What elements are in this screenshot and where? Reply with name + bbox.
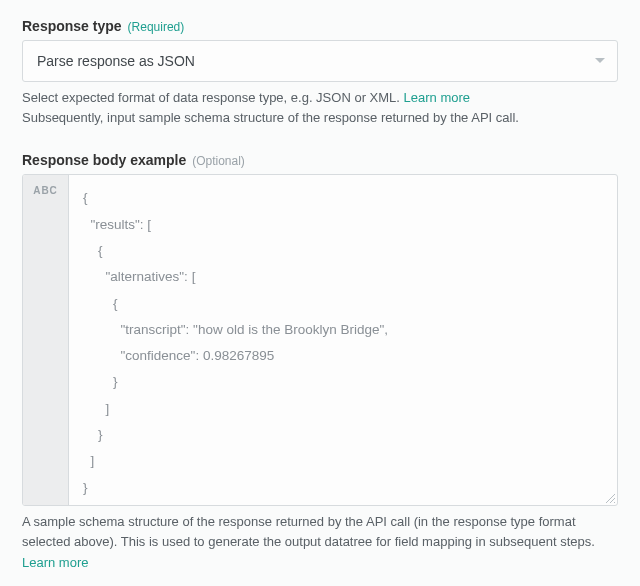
response-type-selected-value: Parse response as JSON [37, 53, 195, 69]
response-type-learn-more-link[interactable]: Learn more [404, 90, 470, 105]
code-gutter: ABC [23, 175, 69, 505]
chevron-down-icon [595, 58, 605, 64]
optional-badge: (Optional) [192, 154, 245, 168]
response-body-label-row: Response body example (Optional) [22, 152, 618, 168]
response-type-select[interactable]: Parse response as JSON [22, 40, 618, 82]
response-type-label-row: Response type (Required) [22, 18, 618, 34]
response-type-field: Response type (Required) Parse response … [22, 18, 618, 128]
response-body-editor[interactable]: ABC { "results": [ { "alternatives": [ {… [22, 174, 618, 506]
response-body-textarea[interactable]: { "results": [ { "alternatives": [ { "tr… [69, 175, 617, 505]
response-type-label: Response type [22, 18, 122, 34]
response-body-field: Response body example (Optional) ABC { "… [22, 152, 618, 572]
response-type-help: Select expected format of data response … [22, 88, 618, 128]
response-type-help-text-1: Select expected format of data response … [22, 90, 404, 105]
gutter-mode-label: ABC [33, 185, 58, 196]
response-body-learn-more-link[interactable]: Learn more [22, 555, 88, 570]
response-body-label: Response body example [22, 152, 186, 168]
response-body-help-text: A sample schema structure of the respons… [22, 514, 595, 549]
response-type-help-text-2: Subsequently, input sample schema struct… [22, 110, 519, 125]
response-body-help: A sample schema structure of the respons… [22, 512, 618, 572]
config-panel: Response type (Required) Parse response … [0, 0, 640, 586]
required-badge: (Required) [128, 20, 185, 34]
